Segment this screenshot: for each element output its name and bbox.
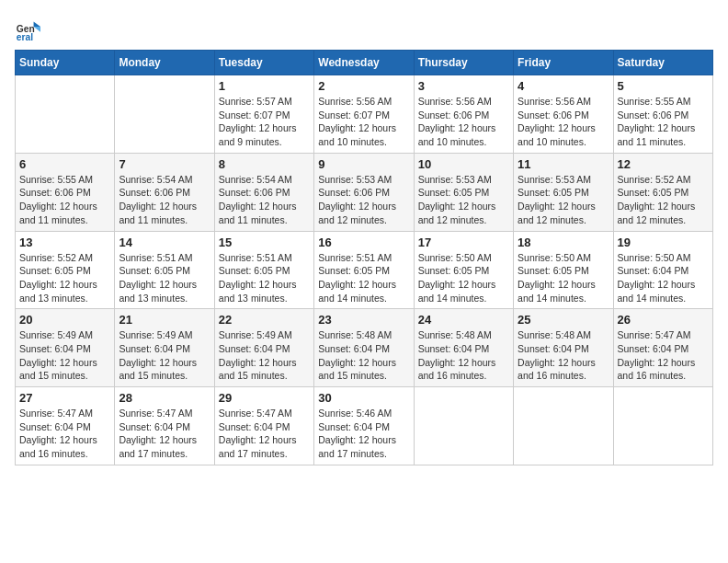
calendar-cell: 7Sunrise: 5:54 AMSunset: 6:06 PMDaylight… [115, 153, 214, 231]
calendar-cell: 9Sunrise: 5:53 AMSunset: 6:06 PMDaylight… [314, 153, 414, 231]
calendar-cell: 3Sunrise: 5:56 AMSunset: 6:06 PMDaylight… [414, 75, 513, 154]
day-detail: Sunrise: 5:47 AMSunset: 6:04 PMDaylight:… [119, 407, 210, 461]
day-detail: Sunrise: 5:49 AMSunset: 6:04 PMDaylight:… [19, 328, 110, 383]
calendar-cell: 27Sunrise: 5:47 AMSunset: 6:04 PMDayligh… [16, 387, 115, 465]
day-detail: Sunrise: 5:50 AMSunset: 6:05 PMDaylight:… [418, 251, 509, 305]
weekday-header-tuesday: Tuesday [214, 51, 313, 75]
calendar-cell: 24Sunrise: 5:48 AMSunset: 6:04 PMDayligh… [414, 309, 513, 387]
day-number: 11 [518, 157, 609, 171]
calendar-cell: 14Sunrise: 5:51 AMSunset: 6:05 PMDayligh… [115, 231, 214, 309]
calendar-cell: 19Sunrise: 5:50 AMSunset: 6:04 PMDayligh… [613, 231, 712, 309]
calendar-cell: 13Sunrise: 5:52 AMSunset: 6:05 PMDayligh… [16, 231, 115, 309]
calendar-table: SundayMondayTuesdayWednesdayThursdayFrid… [15, 50, 713, 465]
day-detail: Sunrise: 5:48 AMSunset: 6:04 PMDaylight:… [418, 328, 509, 383]
calendar-cell: 6Sunrise: 5:55 AMSunset: 6:06 PMDaylight… [16, 153, 115, 231]
calendar-cell [514, 387, 613, 465]
day-number: 14 [119, 236, 210, 249]
day-detail: Sunrise: 5:48 AMSunset: 6:04 PMDaylight:… [318, 328, 409, 383]
day-number: 25 [518, 313, 609, 327]
day-number: 7 [119, 157, 210, 171]
day-detail: Sunrise: 5:54 AMSunset: 6:06 PMDaylight:… [119, 173, 210, 227]
day-number: 9 [318, 157, 409, 171]
day-number: 3 [418, 79, 509, 93]
day-detail: Sunrise: 5:47 AMSunset: 6:04 PMDaylight:… [19, 407, 110, 461]
day-detail: Sunrise: 5:56 AMSunset: 6:06 PMDaylight:… [418, 95, 509, 149]
weekday-header-thursday: Thursday [414, 51, 513, 75]
day-detail: Sunrise: 5:46 AMSunset: 6:04 PMDaylight:… [318, 407, 409, 461]
day-number: 13 [19, 236, 110, 249]
day-detail: Sunrise: 5:57 AMSunset: 6:07 PMDaylight:… [219, 95, 310, 149]
calendar-week-1: 1Sunrise: 5:57 AMSunset: 6:07 PMDaylight… [16, 75, 713, 154]
calendar-cell: 17Sunrise: 5:50 AMSunset: 6:05 PMDayligh… [414, 231, 513, 309]
page-header: Gen eral [15, 15, 713, 40]
calendar-cell [613, 387, 712, 465]
day-number: 12 [618, 157, 709, 171]
svg-marker-2 [34, 21, 40, 27]
calendar-cell: 26Sunrise: 5:47 AMSunset: 6:04 PMDayligh… [613, 309, 712, 387]
day-number: 17 [418, 236, 509, 249]
day-detail: Sunrise: 5:56 AMSunset: 6:07 PMDaylight:… [318, 95, 409, 149]
calendar-week-5: 27Sunrise: 5:47 AMSunset: 6:04 PMDayligh… [16, 387, 713, 465]
weekday-header-monday: Monday [115, 51, 214, 75]
day-detail: Sunrise: 5:53 AMSunset: 6:05 PMDaylight:… [518, 173, 609, 227]
day-detail: Sunrise: 5:53 AMSunset: 6:05 PMDaylight:… [418, 173, 509, 227]
calendar-cell [16, 75, 115, 154]
calendar-cell: 12Sunrise: 5:52 AMSunset: 6:05 PMDayligh… [613, 153, 712, 231]
day-detail: Sunrise: 5:54 AMSunset: 6:06 PMDaylight:… [219, 173, 310, 227]
calendar-cell: 15Sunrise: 5:51 AMSunset: 6:05 PMDayligh… [214, 231, 313, 309]
weekday-header-row: SundayMondayTuesdayWednesdayThursdayFrid… [16, 51, 713, 75]
calendar-cell: 5Sunrise: 5:55 AMSunset: 6:06 PMDaylight… [613, 75, 712, 154]
day-number: 20 [19, 313, 110, 327]
calendar-cell: 11Sunrise: 5:53 AMSunset: 6:05 PMDayligh… [514, 153, 613, 231]
day-number: 23 [318, 313, 409, 327]
day-detail: Sunrise: 5:52 AMSunset: 6:05 PMDaylight:… [618, 173, 709, 227]
day-detail: Sunrise: 5:49 AMSunset: 6:04 PMDaylight:… [219, 328, 310, 383]
calendar-cell: 25Sunrise: 5:48 AMSunset: 6:04 PMDayligh… [514, 309, 613, 387]
weekday-header-sunday: Sunday [16, 51, 115, 75]
day-number: 21 [119, 313, 210, 327]
day-number: 29 [219, 391, 310, 405]
day-number: 16 [318, 236, 409, 249]
day-number: 2 [318, 79, 409, 93]
calendar-cell: 30Sunrise: 5:46 AMSunset: 6:04 PMDayligh… [314, 387, 414, 465]
day-detail: Sunrise: 5:51 AMSunset: 6:05 PMDaylight:… [219, 251, 310, 305]
day-detail: Sunrise: 5:53 AMSunset: 6:06 PMDaylight:… [318, 173, 409, 227]
calendar-week-4: 20Sunrise: 5:49 AMSunset: 6:04 PMDayligh… [16, 309, 713, 387]
day-detail: Sunrise: 5:47 AMSunset: 6:04 PMDaylight:… [618, 328, 709, 383]
day-detail: Sunrise: 5:56 AMSunset: 6:06 PMDaylight:… [518, 95, 609, 149]
day-detail: Sunrise: 5:48 AMSunset: 6:04 PMDaylight:… [518, 328, 609, 383]
day-detail: Sunrise: 5:50 AMSunset: 6:05 PMDaylight:… [518, 251, 609, 305]
day-detail: Sunrise: 5:55 AMSunset: 6:06 PMDaylight:… [19, 173, 110, 227]
day-number: 10 [418, 157, 509, 171]
day-number: 5 [618, 79, 709, 93]
calendar-week-3: 13Sunrise: 5:52 AMSunset: 6:05 PMDayligh… [16, 231, 713, 309]
weekday-header-saturday: Saturday [613, 51, 712, 75]
calendar-cell [414, 387, 513, 465]
calendar-cell: 16Sunrise: 5:51 AMSunset: 6:05 PMDayligh… [314, 231, 414, 309]
day-number: 4 [518, 79, 609, 93]
calendar-cell: 20Sunrise: 5:49 AMSunset: 6:04 PMDayligh… [16, 309, 115, 387]
day-number: 6 [19, 157, 110, 171]
calendar-body: 1Sunrise: 5:57 AMSunset: 6:07 PMDaylight… [16, 75, 713, 465]
calendar-cell: 18Sunrise: 5:50 AMSunset: 6:05 PMDayligh… [514, 231, 613, 309]
calendar-cell: 22Sunrise: 5:49 AMSunset: 6:04 PMDayligh… [214, 309, 313, 387]
logo-icon: Gen eral [15, 15, 40, 40]
calendar-cell: 23Sunrise: 5:48 AMSunset: 6:04 PMDayligh… [314, 309, 414, 387]
calendar-cell: 8Sunrise: 5:54 AMSunset: 6:06 PMDaylight… [214, 153, 313, 231]
day-number: 19 [618, 236, 709, 249]
calendar-cell: 10Sunrise: 5:53 AMSunset: 6:05 PMDayligh… [414, 153, 513, 231]
weekday-header-wednesday: Wednesday [314, 51, 414, 75]
day-detail: Sunrise: 5:51 AMSunset: 6:05 PMDaylight:… [318, 251, 409, 305]
calendar-cell [115, 75, 214, 154]
day-number: 24 [418, 313, 509, 327]
day-number: 1 [219, 79, 310, 93]
day-detail: Sunrise: 5:55 AMSunset: 6:06 PMDaylight:… [618, 95, 709, 149]
calendar-cell: 4Sunrise: 5:56 AMSunset: 6:06 PMDaylight… [514, 75, 613, 154]
day-number: 26 [618, 313, 709, 327]
calendar-cell: 29Sunrise: 5:47 AMSunset: 6:04 PMDayligh… [214, 387, 313, 465]
day-number: 27 [19, 391, 110, 405]
day-detail: Sunrise: 5:49 AMSunset: 6:04 PMDaylight:… [119, 328, 210, 383]
calendar-cell: 2Sunrise: 5:56 AMSunset: 6:07 PMDaylight… [314, 75, 414, 154]
calendar-cell: 28Sunrise: 5:47 AMSunset: 6:04 PMDayligh… [115, 387, 214, 465]
day-number: 15 [219, 236, 310, 249]
